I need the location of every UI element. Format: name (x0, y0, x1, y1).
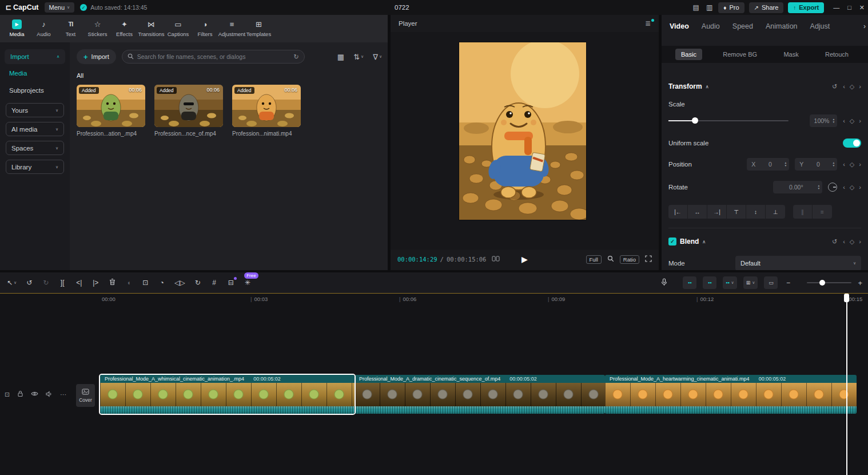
sidebar-item-yours[interactable]: Yours∨ (6, 103, 64, 117)
play-button[interactable]: ▶ (521, 255, 528, 264)
release-notes-icon[interactable]: ▥ (705, 3, 714, 11)
zoom-slider-knob[interactable] (819, 280, 825, 286)
props-subtab-remove-bg[interactable]: Remove BG (717, 49, 763, 60)
close-button[interactable]: ✕ (859, 4, 865, 11)
props-tab-video[interactable]: Video (670, 22, 689, 30)
ribbon-tab-adjustment[interactable]: ≡Adjustment (218, 18, 245, 37)
ribbon-tab-templates[interactable]: ⊞Templates (245, 18, 272, 37)
prev-keyframe-icon[interactable]: ‹ (843, 161, 845, 168)
ribbon-tab-filters[interactable]: ◑Filters (192, 18, 218, 37)
timeline-ruler[interactable]: 00:00|00:03|00:06|00:09|00:12|00:15 (0, 293, 868, 304)
blend-checkbox[interactable]: ✓ (668, 238, 676, 246)
reset-icon[interactable]: ↺ (832, 238, 837, 246)
props-tab-animation[interactable]: Animation (766, 22, 798, 30)
stepper-icons[interactable]: ▴▾ (833, 118, 834, 124)
crop-button[interactable]: # (210, 279, 218, 287)
align-center-v-icon[interactable]: ↕ (746, 205, 766, 219)
add-keyframe-icon[interactable]: ◇ (850, 238, 854, 246)
rotate-button[interactable]: ↻ (194, 279, 202, 287)
prev-keyframe-icon[interactable]: ‹ (843, 117, 845, 124)
timeline-clip-3[interactable]: Professional_Mode_A_heartwarming_cinemat… (605, 375, 857, 414)
undo-button[interactable]: ↺ (25, 279, 33, 287)
scale-slider-knob[interactable] (692, 117, 698, 124)
import-button[interactable]: + Import (77, 49, 116, 64)
search-input[interactable] (137, 53, 290, 60)
playhead[interactable] (844, 293, 850, 475)
cover-button[interactable]: Cover (76, 384, 95, 407)
zoom-in-button[interactable]: + (858, 279, 862, 287)
align-right-icon[interactable]: →| (707, 205, 727, 219)
ribbon-tab-captions[interactable]: ▭Captions (165, 18, 192, 37)
props-tab-speed[interactable]: Speed (732, 22, 753, 30)
tabs-scroll-right-icon[interactable]: › (863, 22, 866, 30)
ratio-button[interactable]: Ratio (620, 255, 639, 264)
props-subtab-retouch[interactable]: Retouch (819, 49, 854, 60)
eye-icon[interactable] (31, 391, 38, 398)
ribbon-tab-text[interactable]: TIText (57, 18, 84, 37)
prev-keyframe-icon[interactable]: ‹ (843, 83, 845, 90)
render-preview-button[interactable]: ▭ (764, 276, 778, 289)
export-button[interactable]: ↑ Export (788, 2, 824, 13)
blend-mode-select[interactable]: Default ∨ (735, 256, 861, 270)
prev-keyframe-icon[interactable]: ‹ (843, 184, 845, 191)
timeline-clip-1[interactable]: Professional_Mode_A_whimsical_cinematic_… (100, 375, 355, 414)
uniform-scale-toggle[interactable] (843, 138, 861, 148)
share-button[interactable]: ↗ Share (749, 2, 784, 13)
record-voiceover-button[interactable] (660, 278, 668, 288)
mute-icon[interactable] (46, 391, 53, 398)
ribbon-tab-transitions[interactable]: ⋈Transitions (138, 18, 165, 37)
player-menu-icon[interactable]: ≣ (645, 19, 651, 27)
props-subtab-mask[interactable]: Mask (778, 49, 804, 60)
more-icon[interactable]: ⋯ (60, 391, 66, 398)
media-card[interactable]: Added00:06Profession...ation_.mp4 (77, 85, 145, 137)
grid-view-button[interactable]: ▦ (337, 53, 344, 61)
pro-button[interactable]: ♦ Pro (718, 2, 744, 13)
scale-value-field[interactable]: 100% ▴▾ (810, 114, 838, 127)
zoom-out-button[interactable]: − (784, 279, 792, 287)
lock-icon[interactable] (17, 390, 23, 398)
media-thumbnail[interactable]: Added00:06 (154, 85, 223, 127)
split-button[interactable]: ][ (58, 279, 66, 287)
align-bottom-icon[interactable]: ⊥ (766, 205, 785, 219)
overlay-button[interactable]: ⊡ (141, 279, 149, 287)
sidebar-item-import[interactable]: Import∧ (5, 49, 65, 64)
media-card[interactable]: Added00:06Profession...nimati.mp4 (232, 85, 301, 137)
track-height-small-button[interactable]: ▪▪ (683, 276, 696, 289)
props-subtab-basic[interactable]: Basic (675, 49, 702, 60)
align-left-icon[interactable]: |← (668, 205, 688, 219)
add-keyframe-icon[interactable]: ◇ (850, 184, 854, 191)
prev-keyframe-icon[interactable]: ‹ (843, 238, 845, 245)
collapse-icon[interactable]: ∧ (702, 239, 706, 244)
timeline-clip-2[interactable]: Professional_Mode_A_dramatic_cinematic_s… (355, 375, 605, 414)
add-keyframe-icon[interactable]: ◇ (850, 161, 854, 168)
ribbon-tab-media[interactable]: ▶Media (3, 18, 30, 37)
maximize-button[interactable]: □ (847, 4, 851, 11)
caption-button[interactable]: ⊟ (227, 279, 235, 287)
frame-view-icon[interactable] (492, 256, 500, 263)
media-thumbnail[interactable]: Added00:06 (77, 85, 145, 127)
ribbon-tab-effects[interactable]: ✦Effects (111, 18, 138, 37)
fullscreen-icon[interactable] (645, 255, 652, 263)
filter-button[interactable]: ∇∨ (373, 53, 382, 61)
align-top-icon[interactable]: ⊤ (727, 205, 746, 219)
props-tab-audio[interactable]: Audio (702, 22, 720, 30)
rotate-dial[interactable] (828, 183, 837, 192)
next-keyframe-icon[interactable]: › (859, 238, 861, 245)
delete-button[interactable] (108, 278, 116, 287)
freeze-button[interactable]: ✳Free (244, 279, 252, 287)
minimize-button[interactable]: — (833, 4, 839, 11)
sidebar-item-library[interactable]: Library∨ (6, 160, 64, 174)
track-height-medium-button[interactable]: ▪▪ (703, 276, 716, 289)
scale-slider[interactable] (668, 120, 789, 121)
next-keyframe-icon[interactable]: › (859, 117, 861, 124)
media-card[interactable]: Added00:06Profession...nce_of.mp4 (154, 85, 223, 137)
sidebar-item-media[interactable]: Media (0, 64, 70, 81)
sidebar-item-spaces[interactable]: Spaces∨ (6, 141, 64, 155)
ribbon-tab-audio[interactable]: ♪Audio (30, 18, 57, 37)
preview-mode-button[interactable]: ⊞∨ (743, 276, 758, 289)
align-center-h-icon[interactable]: ↔ (688, 205, 707, 219)
sidebar-item-subprojects[interactable]: Subprojects (0, 81, 70, 98)
collapse-icon[interactable]: ∧ (706, 84, 709, 89)
rotate-field[interactable]: 0.00° ▴▾ (773, 181, 822, 193)
position-x-field[interactable]: X 0 ▴▾ (747, 158, 789, 171)
